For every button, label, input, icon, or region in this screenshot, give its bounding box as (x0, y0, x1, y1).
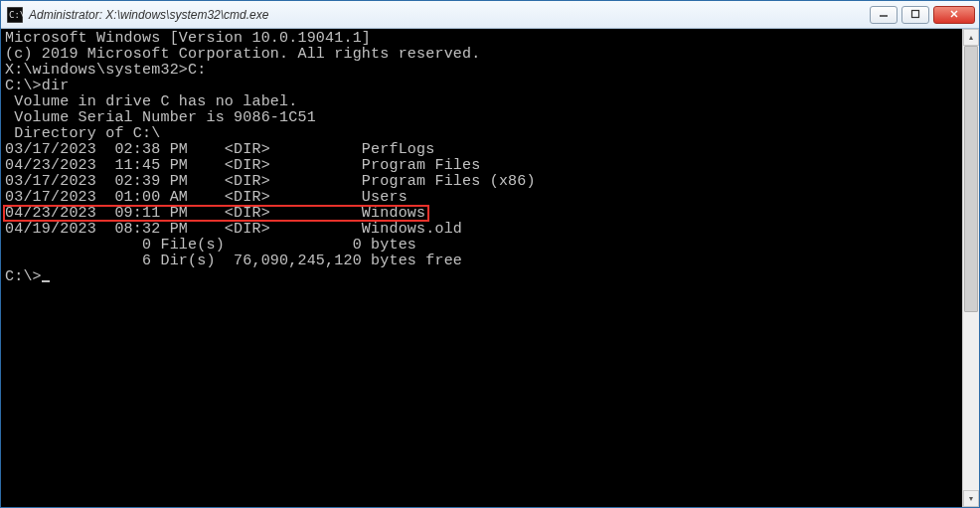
dir-entry: 04/23/2023 11:45 PM <DIR> Program Files (5, 158, 962, 174)
dir-entry: 04/19/2023 08:32 PM <DIR> Windows.old (5, 222, 962, 238)
minimize-button[interactable] (870, 6, 898, 24)
volume-serial-line: Volume Serial Number is 9086-1C51 (5, 110, 962, 126)
prompt-line-1: X:\windows\system32>C: (5, 63, 962, 79)
summary-dirs: 6 Dir(s) 76,090,245,120 bytes free (5, 254, 962, 269)
prompt-line-3: C:\> (5, 269, 962, 285)
scroll-track[interactable] (963, 46, 979, 490)
banner-version: Microsoft Windows [Version 10.0.19041.1] (5, 31, 962, 47)
vertical-scrollbar[interactable]: ▴ ▾ (962, 29, 979, 507)
window-title: Administrator: X:\windows\system32\cmd.e… (29, 8, 870, 22)
close-icon (949, 9, 959, 21)
svg-rect-3 (912, 10, 919, 17)
minimize-icon (879, 9, 889, 21)
cmd-icon: C:\ (7, 7, 23, 23)
banner-copyright: (c) 2019 Microsoft Corporation. All righ… (5, 47, 962, 63)
dir-entry: 04/23/2023 09:11 PM <DIR> Windows (5, 206, 962, 222)
terminal-output[interactable]: Microsoft Windows [Version 10.0.19041.1]… (1, 29, 962, 507)
dir-entry: 03/17/2023 01:00 AM <DIR> Users (5, 190, 962, 206)
close-button[interactable] (933, 6, 975, 24)
svg-text:C:\: C:\ (9, 10, 23, 20)
chevron-up-icon: ▴ (969, 33, 973, 42)
maximize-button[interactable] (901, 6, 929, 24)
prompt-line-2: C:\>dir (5, 79, 962, 94)
dir-entry: 03/17/2023 02:38 PM <DIR> PerfLogs (5, 142, 962, 158)
scroll-down-button[interactable]: ▾ (963, 490, 979, 507)
window-controls (870, 6, 975, 24)
chevron-down-icon: ▾ (969, 494, 973, 503)
maximize-icon (910, 9, 920, 21)
scroll-up-button[interactable]: ▴ (963, 29, 979, 46)
scroll-thumb[interactable] (964, 46, 978, 312)
content-area: Microsoft Windows [Version 10.0.19041.1]… (1, 29, 979, 507)
summary-files: 0 File(s) 0 bytes (5, 238, 962, 254)
volume-label-line: Volume in drive C has no label. (5, 94, 962, 110)
cmd-window: C:\ Administrator: X:\windows\system32\c… (0, 0, 980, 508)
directory-header: Directory of C:\ (5, 126, 962, 142)
titlebar[interactable]: C:\ Administrator: X:\windows\system32\c… (1, 1, 979, 29)
cursor (42, 280, 50, 282)
dir-entry: 03/17/2023 02:39 PM <DIR> Program Files … (5, 174, 962, 190)
